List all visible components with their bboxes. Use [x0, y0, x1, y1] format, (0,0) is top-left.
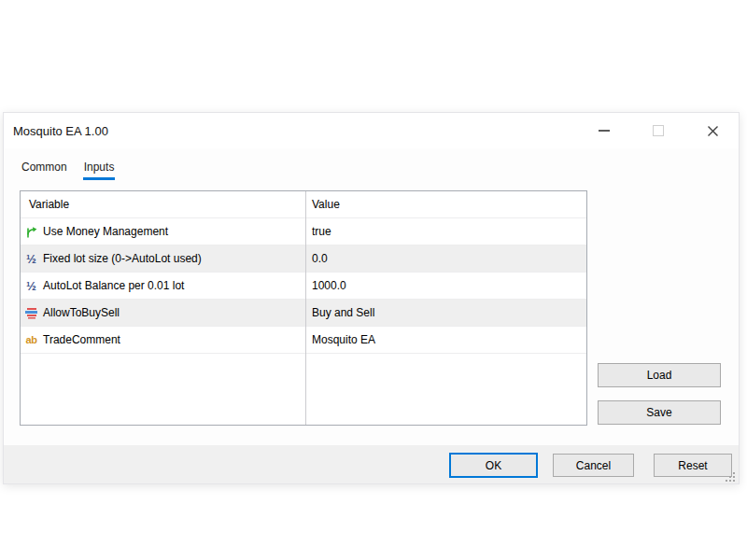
window-controls	[571, 113, 734, 148]
variable-name: TradeComment	[43, 333, 120, 346]
variable-value: 1000.0	[306, 279, 586, 292]
table-body: Use Money Management true ½ Fixed lot si…	[21, 218, 586, 354]
reset-button[interactable]: Reset	[654, 454, 732, 477]
variable-name: Use Money Management	[43, 225, 168, 238]
footer-bar: OK Cancel Reset	[4, 445, 739, 483]
column-divider[interactable]	[305, 191, 306, 425]
param-type-icon	[23, 225, 39, 239]
param-type-icon: ½	[23, 279, 39, 293]
variable-value: Mosquito EA	[306, 333, 586, 346]
close-icon	[707, 125, 719, 137]
titlebar: Mosquito EA 1.00	[4, 113, 739, 148]
branch-arrow-icon	[24, 225, 38, 239]
one-half-icon: ½	[26, 279, 36, 293]
ok-button[interactable]: OK	[449, 453, 538, 478]
param-type-icon: ½	[23, 252, 39, 266]
variable-name: AllowToBuySell	[43, 306, 120, 319]
tab-strip: Common Inputs	[21, 161, 115, 180]
variable-name: Fixed lot size (0->AutoLot used)	[43, 252, 202, 265]
resize-grip-icon	[725, 471, 736, 483]
param-type-icon	[23, 306, 39, 320]
maximize-button[interactable]	[637, 113, 680, 148]
table-row[interactable]: ab TradeComment Mosquito EA	[21, 327, 586, 354]
table-row[interactable]: ½ AutoLot Balance per 0.01 lot 1000.0	[21, 273, 586, 300]
column-header-variable[interactable]: Variable	[21, 191, 306, 217]
variable-name: AutoLot Balance per 0.01 lot	[43, 279, 184, 292]
cancel-button[interactable]: Cancel	[553, 454, 634, 477]
tab-inputs[interactable]: Inputs	[83, 161, 116, 180]
dialog-client-area: Common Inputs Variable Value	[4, 148, 739, 445]
load-button[interactable]: Load	[598, 363, 721, 387]
minimize-button[interactable]	[583, 113, 626, 148]
tab-common[interactable]: Common	[21, 161, 68, 180]
column-header-value[interactable]: Value	[306, 198, 586, 211]
ab-icon: ab	[25, 334, 36, 345]
close-button[interactable]	[691, 113, 734, 148]
table-row[interactable]: Use Money Management true	[21, 218, 586, 245]
ea-settings-dialog: Mosquito EA 1.00 Common Inputs Variable …	[3, 112, 740, 484]
resize-grip[interactable]	[725, 469, 736, 481]
table-row[interactable]: ½ Fixed lot size (0->AutoLot used) 0.0	[21, 245, 586, 273]
table-row[interactable]: AllowToBuySell Buy and Sell	[21, 300, 586, 327]
one-half-icon: ½	[26, 252, 36, 266]
variable-value: true	[306, 225, 586, 238]
window-title: Mosquito EA 1.00	[13, 124, 108, 138]
inputs-table: Variable Value Use Money Management	[20, 190, 587, 426]
minimize-icon	[599, 130, 610, 132]
variable-value: Buy and Sell	[306, 306, 586, 319]
save-button[interactable]: Save	[598, 400, 721, 425]
variable-value: 0.0	[306, 252, 586, 265]
maximize-icon	[653, 125, 664, 136]
stacked-bars-icon	[24, 306, 38, 320]
table-header-row: Variable Value	[21, 191, 586, 218]
param-type-icon: ab	[23, 334, 39, 345]
